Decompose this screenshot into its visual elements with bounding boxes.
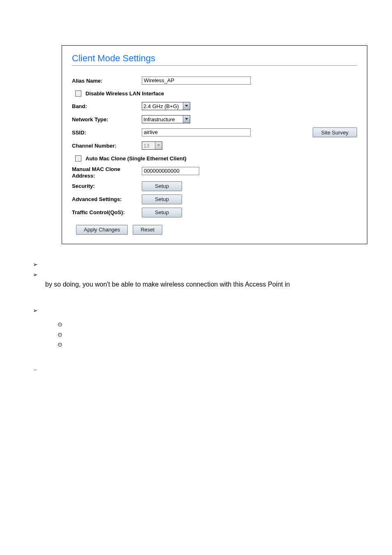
security-row: Security: Setup	[72, 180, 357, 193]
bullet-item: ➢	[33, 259, 367, 269]
ssid-input[interactable]: airlive	[142, 128, 251, 136]
advanced-label: Advanced Settings:	[72, 196, 142, 202]
ssid-row: SSID: airlive Site Survey	[72, 126, 357, 139]
bullet-icon: ➢	[33, 260, 45, 269]
network-type-select[interactable]: Infrastructure	[142, 115, 190, 123]
security-label: Security:	[72, 183, 142, 189]
circle-dot-icon: ⊙	[58, 330, 68, 339]
circle-dot-icon: ⊙	[58, 340, 68, 349]
svg-marker-0	[185, 105, 188, 107]
panel-divider	[72, 65, 357, 66]
apply-changes-button[interactable]: Apply Changes	[76, 225, 128, 235]
auto-mac-label: Auto Mac Clone (Single Ethernet Client)	[85, 155, 187, 162]
band-label: Band:	[72, 103, 142, 109]
manual-mac-row: Manual MAC Clone Address: 000000000000	[72, 164, 357, 180]
svg-marker-2	[157, 144, 160, 146]
network-type-label: Network Type:	[72, 116, 142, 123]
disable-wlan-row[interactable]: Disable Wireless LAN Interface	[72, 87, 357, 99]
disable-wlan-label: Disable Wireless LAN Interface	[85, 90, 164, 97]
bullet-item: ➢	[33, 305, 367, 315]
bullet-item: ➢	[33, 364, 367, 374]
sub-bullet-item: ⊙	[33, 329, 367, 339]
network-type-value: Infrastructure	[143, 116, 175, 123]
svg-marker-1	[185, 118, 188, 120]
chevron-down-icon	[183, 102, 190, 110]
qos-row: Traffic Control(QoS): Setup	[72, 206, 357, 219]
auto-mac-checkbox[interactable]	[75, 155, 81, 162]
advanced-row: Advanced Settings: Setup	[72, 193, 357, 206]
qos-setup-button[interactable]: Setup	[142, 208, 182, 217]
alias-row: Alias Name: Wireless_AP	[72, 74, 357, 87]
action-row: Apply Changes Reset	[72, 225, 357, 235]
document-text: ➢ ➢ by so doing, you won't be able to ma…	[0, 244, 392, 375]
manual-mac-label: Manual MAC Clone Address:	[72, 165, 142, 180]
panel-title: Client Mode Settings	[72, 53, 357, 64]
sub-bullet-item: ⊙	[33, 339, 367, 349]
channel-label: Channel Number:	[72, 143, 142, 149]
alias-label: Alias Name:	[72, 78, 142, 84]
manual-mac-input[interactable]: 000000000000	[142, 167, 199, 175]
band-select[interactable]: 2.4 GHz (B+G)	[142, 102, 190, 110]
bullet-icon: ➢	[33, 306, 45, 315]
channel-value: 13	[143, 143, 149, 149]
alias-name-input[interactable]: Wireless_AP	[142, 76, 251, 85]
channel-row: Channel Number: 13	[72, 139, 357, 152]
advanced-setup-button[interactable]: Setup	[142, 194, 182, 204]
auto-mac-row[interactable]: Auto Mac Clone (Single Ethernet Client)	[72, 152, 357, 164]
reset-button[interactable]: Reset	[133, 225, 162, 235]
site-survey-button[interactable]: Site Survey	[313, 127, 357, 137]
bullet-icon: ➢	[33, 365, 45, 374]
client-mode-settings-panel: Client Mode Settings Alias Name: Wireles…	[62, 45, 367, 244]
bullet-item: ➢	[33, 269, 367, 279]
network-type-row: Network Type: Infrastructure	[72, 113, 357, 126]
security-setup-button[interactable]: Setup	[142, 181, 182, 191]
sub-bullet-item: ⊙	[33, 319, 367, 329]
chevron-down-icon	[183, 116, 190, 123]
channel-select: 13	[142, 141, 162, 150]
band-row: Band: 2.4 GHz (B+G)	[72, 99, 357, 113]
band-value: 2.4 GHz (B+G)	[143, 103, 179, 109]
paragraph: by so doing, you won't be able to make w…	[33, 279, 367, 290]
disable-wlan-checkbox[interactable]	[75, 90, 81, 97]
chevron-down-icon	[155, 142, 162, 149]
circle-dot-icon: ⊙	[58, 320, 68, 329]
bullet-icon: ➢	[33, 270, 45, 279]
qos-label: Traffic Control(QoS):	[72, 209, 142, 215]
ssid-label: SSID:	[72, 130, 142, 136]
